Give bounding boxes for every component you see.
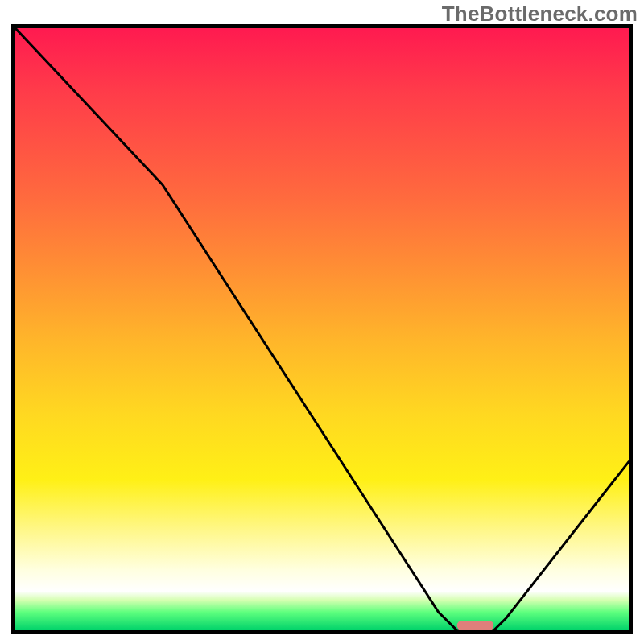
chart-overlay [15,28,629,630]
bottleneck-curve [15,28,629,630]
marker-bar [457,621,494,630]
chart-frame [11,24,633,634]
watermark-text: TheBottleneck.com [442,2,638,27]
